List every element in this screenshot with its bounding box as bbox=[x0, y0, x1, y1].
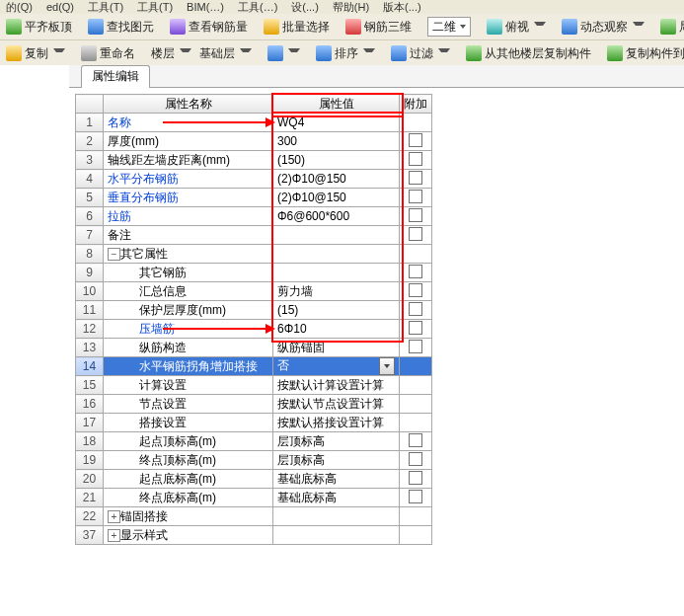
toolbar-button-floor[interactable]: 楼层 bbox=[151, 45, 191, 62]
row-value-cell[interactable]: (150) bbox=[273, 151, 400, 170]
row-value-cell[interactable] bbox=[273, 507, 400, 526]
row-name-cell[interactable]: 起点顶标高(m) bbox=[104, 432, 273, 451]
row-value-cell[interactable]: 按默认计算设置计算 bbox=[273, 376, 400, 395]
table-row[interactable]: 11保护层厚度(mm)(15) bbox=[76, 301, 432, 320]
table-row[interactable]: 15计算设置按默认计算设置计算 bbox=[76, 376, 432, 395]
table-row[interactable]: 9其它钢筋 bbox=[76, 264, 432, 282]
menubar-item[interactable]: 工具(T) bbox=[137, 0, 173, 14]
toolbar-button-toggle[interactable] bbox=[267, 45, 300, 61]
row-extra-cell[interactable] bbox=[400, 170, 432, 189]
menubar-item[interactable]: 的(Q) bbox=[6, 0, 33, 14]
toolbar-button-filter[interactable]: 过滤 bbox=[391, 45, 450, 62]
row-value-cell[interactable]: 纵筋锚固 bbox=[273, 339, 400, 357]
toolbar-button-copy-from[interactable]: 从其他楼层复制构件 bbox=[466, 45, 591, 62]
row-name-cell[interactable]: 水平钢筋拐角增加搭接 bbox=[104, 357, 273, 376]
toolbar-button-local-3d[interactable]: 局部三维 bbox=[660, 19, 684, 36]
row-extra-cell[interactable] bbox=[400, 357, 432, 376]
view-mode-combo[interactable]: 二维 bbox=[427, 17, 471, 37]
table-row[interactable]: 13纵筋构造纵筋锚固 bbox=[76, 339, 432, 357]
row-extra-cell[interactable] bbox=[400, 395, 432, 414]
toolbar-button-perspective[interactable]: 俯视 bbox=[487, 19, 546, 36]
row-extra-cell[interactable] bbox=[400, 376, 432, 395]
toolbar-button-rebar-3d[interactable]: 钢筋三维 bbox=[345, 19, 412, 36]
row-name-cell[interactable]: 纵筋构造 bbox=[104, 339, 273, 357]
row-extra-cell[interactable] bbox=[400, 226, 432, 245]
row-value-cell[interactable]: (2)Φ10@150 bbox=[273, 170, 400, 189]
row-name-cell[interactable]: 备注 bbox=[104, 226, 273, 245]
row-name-cell[interactable]: 轴线距左墙皮距离(mm) bbox=[104, 151, 273, 170]
table-row[interactable]: 17搭接设置按默认搭接设置计算 bbox=[76, 414, 432, 432]
row-value-cell[interactable]: Φ6@600*600 bbox=[273, 207, 400, 226]
toolbar-button-base-floor[interactable]: 基础层 bbox=[199, 45, 252, 62]
row-name-cell[interactable]: 计算设置 bbox=[104, 376, 273, 395]
expand-icon[interactable]: + bbox=[108, 529, 120, 542]
table-row[interactable]: 18起点顶标高(m)层顶标高 bbox=[76, 432, 432, 451]
row-value-cell[interactable]: 层顶标高 bbox=[273, 451, 400, 470]
toolbar-button-rename[interactable]: 重命名 bbox=[81, 45, 135, 62]
col-header-extra[interactable]: 附加 bbox=[400, 95, 432, 114]
row-extra-cell[interactable] bbox=[400, 507, 432, 526]
row-value-cell[interactable]: 基础底标高 bbox=[273, 470, 400, 489]
row-name-cell[interactable]: 起点底标高(m) bbox=[104, 470, 273, 489]
row-value-cell[interactable]: 基础底标高 bbox=[273, 489, 400, 507]
table-row[interactable]: 16节点设置按默认节点设置计算 bbox=[76, 395, 432, 414]
checkbox[interactable] bbox=[409, 302, 422, 316]
table-row[interactable]: 14水平钢筋拐角增加搭接否 bbox=[76, 357, 432, 376]
col-header-name[interactable]: 属性名称 bbox=[104, 95, 273, 114]
checkbox[interactable] bbox=[409, 265, 422, 278]
row-extra-cell[interactable] bbox=[400, 301, 432, 320]
checkbox[interactable] bbox=[409, 190, 422, 203]
dropdown-button[interactable] bbox=[379, 357, 395, 375]
table-row[interactable]: 37+显示样式 bbox=[76, 526, 432, 545]
row-extra-cell[interactable] bbox=[400, 432, 432, 451]
row-name-cell[interactable]: 名称 bbox=[104, 114, 273, 132]
row-value-cell[interactable]: (15) bbox=[273, 301, 400, 320]
row-value-cell[interactable]: 6Φ10 bbox=[273, 320, 400, 339]
row-value-cell[interactable] bbox=[273, 226, 400, 245]
checkbox[interactable] bbox=[409, 208, 422, 222]
row-name-cell[interactable]: −其它属性 bbox=[104, 245, 273, 264]
row-value-cell[interactable]: 按默认搭接设置计算 bbox=[273, 414, 400, 432]
table-row[interactable]: 5垂直分布钢筋(2)Φ10@150 bbox=[76, 189, 432, 207]
row-name-cell[interactable]: 厚度(mm) bbox=[104, 132, 273, 151]
toolbar-button-batch-select[interactable]: 批量选择 bbox=[264, 19, 330, 36]
row-name-cell[interactable]: 垂直分布钢筋 bbox=[104, 189, 273, 207]
row-value-cell[interactable] bbox=[273, 264, 400, 282]
collapse-icon[interactable]: − bbox=[108, 248, 120, 261]
checkbox[interactable] bbox=[409, 490, 422, 503]
tab-property-edit[interactable]: 属性编辑 bbox=[81, 65, 150, 88]
row-extra-cell[interactable] bbox=[400, 207, 432, 226]
table-row[interactable]: 21终点底标高(m)基础底标高 bbox=[76, 489, 432, 507]
table-row[interactable]: 7备注 bbox=[76, 226, 432, 245]
row-name-cell[interactable]: 终点顶标高(m) bbox=[104, 451, 273, 470]
checkbox[interactable] bbox=[409, 321, 422, 335]
row-name-cell[interactable]: 搭接设置 bbox=[104, 414, 273, 432]
menubar-item[interactable]: 版本(...) bbox=[383, 0, 421, 14]
row-name-cell[interactable]: 压墙筋 bbox=[104, 320, 273, 339]
menubar-item[interactable]: ed(Q) bbox=[46, 0, 74, 14]
toolbar-button-dyn-view[interactable]: 动态观察 bbox=[562, 19, 645, 36]
table-row[interactable]: 8−其它属性 bbox=[76, 245, 432, 264]
table-row[interactable]: 3轴线距左墙皮距离(mm)(150) bbox=[76, 151, 432, 170]
row-name-cell[interactable]: 水平分布钢筋 bbox=[104, 170, 273, 189]
checkbox[interactable] bbox=[409, 340, 422, 353]
toolbar-button-copy-to[interactable]: 复制构件到其他楼层 bbox=[607, 45, 684, 62]
table-row[interactable]: 6拉筋Φ6@600*600 bbox=[76, 207, 432, 226]
checkbox[interactable] bbox=[409, 433, 422, 447]
table-row[interactable]: 2厚度(mm)300 bbox=[76, 132, 432, 151]
table-row[interactable]: 22+锚固搭接 bbox=[76, 507, 432, 526]
checkbox[interactable] bbox=[409, 471, 422, 485]
table-row[interactable]: 10汇总信息剪力墙 bbox=[76, 282, 432, 301]
row-extra-cell[interactable] bbox=[400, 470, 432, 489]
checkbox[interactable] bbox=[409, 133, 422, 147]
col-header-value[interactable]: 属性值 bbox=[273, 95, 400, 114]
row-extra-cell[interactable] bbox=[400, 451, 432, 470]
row-name-cell[interactable]: 保护层厚度(mm) bbox=[104, 301, 273, 320]
table-row[interactable]: 1名称WQ4 bbox=[76, 114, 432, 132]
row-extra-cell[interactable] bbox=[400, 282, 432, 301]
row-value-cell[interactable] bbox=[273, 526, 400, 545]
menubar-item[interactable]: BIM(…) bbox=[187, 0, 224, 14]
table-row[interactable]: 19终点顶标高(m)层顶标高 bbox=[76, 451, 432, 470]
row-value-cell[interactable]: 剪力墙 bbox=[273, 282, 400, 301]
menubar-item[interactable]: 工具(…) bbox=[238, 0, 277, 14]
